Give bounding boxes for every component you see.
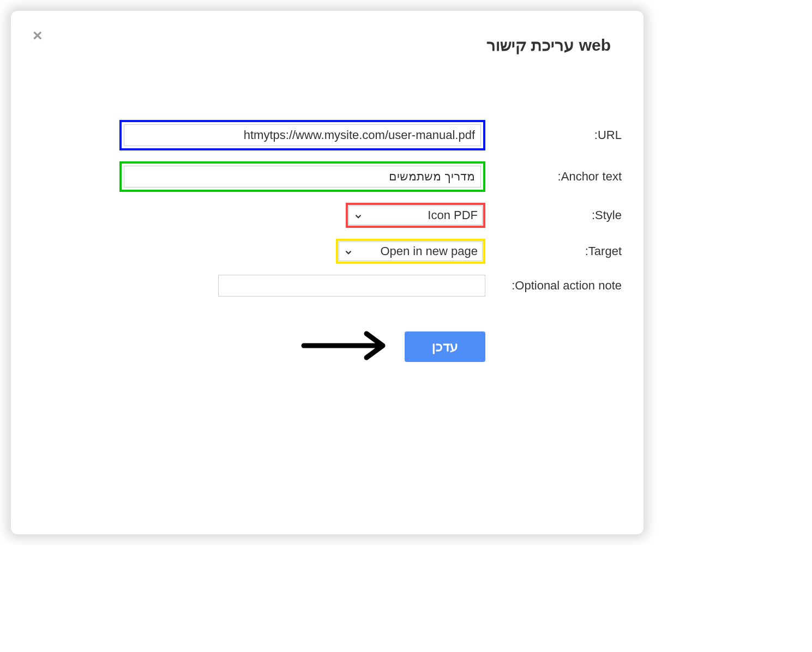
modal-title: עריכת קישור web [33, 35, 611, 55]
highlight-url [119, 120, 485, 150]
chevron-down-icon [344, 246, 353, 256]
note-wrap [218, 275, 485, 297]
target-label: Target: [502, 244, 622, 258]
style-select-value: Icon PDF [428, 208, 478, 222]
button-row: עדכן [33, 329, 622, 364]
anchor-label: Anchor text: [502, 170, 622, 184]
anchor-text-input[interactable] [124, 166, 481, 188]
chevron-down-icon [353, 210, 363, 220]
url-label: URL: [502, 128, 622, 142]
url-input[interactable] [124, 124, 481, 146]
form-row-anchor: Anchor text: [33, 161, 622, 192]
update-button[interactable]: עדכן [405, 331, 485, 362]
target-select[interactable]: Open in new page [339, 242, 483, 261]
highlight-style: Icon PDF [346, 203, 485, 228]
edit-web-link-modal: × עריכת קישור web URL: Anchor text: Styl… [11, 11, 643, 534]
form-row-url: URL: [33, 120, 622, 150]
style-label: Style: [502, 208, 622, 222]
highlight-target: Open in new page [336, 239, 485, 264]
target-select-value: Open in new page [380, 244, 478, 258]
note-label: Optional action note: [502, 279, 622, 293]
form-row-target: Target: Open in new page [33, 239, 622, 264]
arrow-right-icon [301, 329, 394, 364]
form-row-style: Style: Icon PDF [33, 203, 622, 228]
note-input[interactable] [218, 275, 485, 297]
highlight-anchor [119, 161, 485, 192]
form-row-note: Optional action note: [33, 275, 622, 297]
style-select[interactable]: Icon PDF [348, 206, 483, 225]
close-icon[interactable]: × [33, 27, 43, 44]
